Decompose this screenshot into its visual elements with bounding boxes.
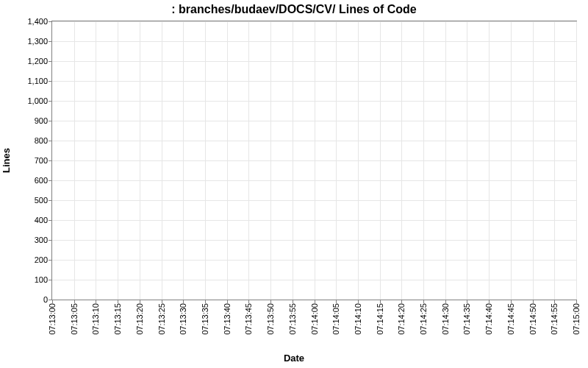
plot-area <box>51 21 577 300</box>
gridline-vertical <box>489 21 490 300</box>
y-tick-mark <box>49 280 51 280</box>
x-tick-label: 07:13:20 <box>135 303 144 335</box>
gridline-vertical <box>511 21 512 300</box>
gridline-vertical <box>445 21 446 300</box>
x-tick-label: 07:13:50 <box>266 303 275 335</box>
y-tick-label: 400 <box>4 216 48 224</box>
gridline-vertical <box>74 21 75 300</box>
gridline-vertical <box>162 21 162 300</box>
y-tick-mark <box>49 121 51 121</box>
y-tick-label: 300 <box>4 236 48 244</box>
x-tick-label: 07:13:00 <box>48 303 57 335</box>
gridline-vertical <box>358 21 359 300</box>
gridline-vertical <box>467 21 467 300</box>
x-tick-label: 07:15:00 <box>572 303 581 335</box>
gridline-vertical <box>96 21 96 300</box>
y-tick-label: 900 <box>4 116 48 125</box>
x-tick-label: 07:14:00 <box>310 303 319 335</box>
y-tick-mark <box>49 160 51 161</box>
y-tick-mark <box>49 260 51 261</box>
x-axis-label: Date <box>0 353 588 364</box>
x-tick-label: 07:14:15 <box>376 303 384 335</box>
y-tick-label: 800 <box>4 136 48 145</box>
y-tick-label: 1,300 <box>4 37 48 46</box>
x-tick-label: 07:13:55 <box>288 303 297 335</box>
x-tick-label: 07:14:30 <box>441 303 450 335</box>
chart-container: : branches/budaev/DOCS/CV/ Lines of Code… <box>0 0 588 368</box>
x-tick-label: 07:13:10 <box>91 303 100 335</box>
x-tick-label: 07:13:30 <box>179 303 187 335</box>
gridline-vertical <box>533 21 534 300</box>
gridline-vertical <box>118 21 118 300</box>
y-tick-label: 700 <box>4 156 48 165</box>
x-tick-label: 07:13:40 <box>223 303 232 335</box>
gridline-vertical <box>270 21 271 300</box>
x-tick-label: 07:13:05 <box>70 303 79 335</box>
y-tick-label: 200 <box>4 255 48 264</box>
y-tick-mark <box>49 300 51 300</box>
y-tick-mark <box>49 101 51 102</box>
y-tick-mark <box>49 240 51 241</box>
y-tick-mark <box>49 220 51 221</box>
gridline-vertical <box>423 21 424 300</box>
x-tick-label: 07:14:40 <box>484 303 493 335</box>
gridline-vertical <box>140 21 140 300</box>
gridline-vertical <box>205 21 206 300</box>
x-tick-label: 07:14:20 <box>397 303 406 335</box>
y-tick-label: 1,000 <box>4 96 48 105</box>
y-tick-mark <box>49 180 51 181</box>
chart-title: : branches/budaev/DOCS/CV/ Lines of Code <box>0 3 588 16</box>
y-tick-label: 1,400 <box>4 17 48 26</box>
gridline-vertical <box>336 21 337 300</box>
y-tick-mark <box>49 81 51 82</box>
y-tick-label: 100 <box>4 275 48 284</box>
x-tick-label: 07:13:25 <box>157 303 166 335</box>
x-tick-label: 07:13:15 <box>113 303 122 335</box>
y-tick-label: 600 <box>4 176 48 185</box>
y-tick-mark <box>49 41 51 42</box>
y-tick-label: 0 <box>4 295 48 304</box>
x-tick-label: 07:14:45 <box>506 303 515 335</box>
y-tick-mark <box>49 141 51 141</box>
gridline-vertical <box>227 21 228 300</box>
gridline-vertical <box>380 21 381 300</box>
x-tick-label: 07:13:45 <box>244 303 253 335</box>
x-tick-label: 07:14:55 <box>550 303 559 335</box>
x-tick-label: 07:14:35 <box>462 303 471 335</box>
gridline-vertical <box>293 21 293 300</box>
y-tick-label: 500 <box>4 196 48 205</box>
gridline-vertical <box>248 21 249 300</box>
y-tick-mark <box>49 200 51 201</box>
x-tick-label: 07:14:10 <box>354 303 362 335</box>
x-tick-label: 07:13:35 <box>201 303 209 335</box>
y-tick-mark <box>49 21 51 22</box>
gridline-vertical <box>183 21 184 300</box>
x-tick-label: 07:14:05 <box>331 303 340 335</box>
x-tick-label: 07:14:50 <box>528 303 537 335</box>
gridline-vertical <box>315 21 315 300</box>
y-tick-mark <box>49 61 51 62</box>
x-tick-label: 07:14:25 <box>419 303 428 335</box>
gridline-vertical <box>401 21 402 300</box>
gridline-vertical <box>576 21 577 300</box>
gridline-vertical <box>554 21 555 300</box>
y-tick-label: 1,200 <box>4 57 48 66</box>
y-tick-label: 1,100 <box>4 77 48 85</box>
